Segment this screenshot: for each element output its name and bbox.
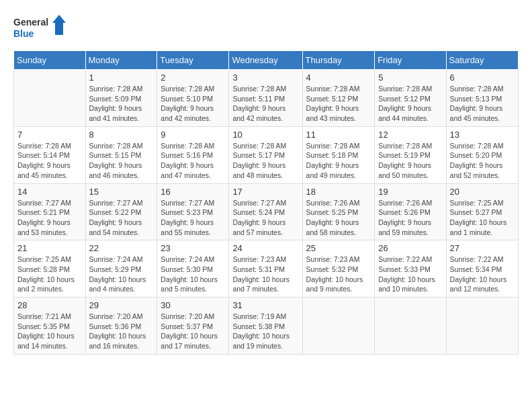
day-number: 29 [89, 300, 154, 310]
calendar-cell: 19Sunrise: 7:26 AM Sunset: 5:26 PM Dayli… [375, 183, 446, 240]
day-info: Sunrise: 7:22 AM Sunset: 5:33 PM Dayligh… [378, 255, 442, 294]
calendar-header: SundayMondayTuesdayWednesdayThursdayFrid… [14, 51, 519, 70]
day-number: 30 [161, 300, 225, 310]
day-number: 25 [306, 243, 371, 253]
calendar-cell: 2Sunrise: 7:28 AM Sunset: 5:10 PM Daylig… [157, 70, 229, 127]
day-info: Sunrise: 7:20 AM Sunset: 5:37 PM Dayligh… [161, 312, 225, 351]
day-info: Sunrise: 7:24 AM Sunset: 5:30 PM Dayligh… [161, 255, 225, 294]
day-info: Sunrise: 7:28 AM Sunset: 5:12 PM Dayligh… [306, 84, 371, 124]
calendar-cell: 20Sunrise: 7:25 AM Sunset: 5:27 PM Dayli… [446, 183, 518, 240]
day-info: Sunrise: 7:26 AM Sunset: 5:26 PM Dayligh… [378, 198, 442, 238]
day-header-saturday: Saturday [446, 51, 518, 70]
day-info: Sunrise: 7:26 AM Sunset: 5:25 PM Dayligh… [306, 198, 371, 238]
day-number: 1 [89, 73, 154, 83]
calendar-week-3: 14Sunrise: 7:27 AM Sunset: 5:21 PM Dayli… [14, 183, 519, 240]
day-info: Sunrise: 7:28 AM Sunset: 5:15 PM Dayligh… [89, 141, 154, 181]
day-info: Sunrise: 7:27 AM Sunset: 5:24 PM Dayligh… [232, 198, 298, 238]
calendar-cell: 14Sunrise: 7:27 AM Sunset: 5:21 PM Dayli… [14, 183, 86, 240]
day-info: Sunrise: 7:27 AM Sunset: 5:22 PM Dayligh… [89, 198, 154, 238]
day-header-tuesday: Tuesday [157, 51, 229, 70]
day-number: 9 [161, 130, 225, 140]
calendar-cell: 8Sunrise: 7:28 AM Sunset: 5:15 PM Daylig… [85, 126, 157, 183]
day-info: Sunrise: 7:19 AM Sunset: 5:38 PM Dayligh… [232, 312, 298, 351]
calendar-cell: 29Sunrise: 7:20 AM Sunset: 5:36 PM Dayli… [85, 298, 157, 355]
day-info: Sunrise: 7:28 AM Sunset: 5:18 PM Dayligh… [306, 141, 371, 181]
calendar-cell: 17Sunrise: 7:27 AM Sunset: 5:24 PM Dayli… [229, 183, 302, 240]
calendar-cell: 25Sunrise: 7:23 AM Sunset: 5:32 PM Dayli… [302, 240, 375, 298]
calendar-cell: 18Sunrise: 7:26 AM Sunset: 5:25 PM Dayli… [302, 183, 375, 240]
svg-text:General: General [13, 17, 48, 28]
day-info: Sunrise: 7:28 AM Sunset: 5:12 PM Dayligh… [378, 84, 442, 124]
day-info: Sunrise: 7:24 AM Sunset: 5:29 PM Dayligh… [89, 255, 154, 294]
calendar-cell: 4Sunrise: 7:28 AM Sunset: 5:12 PM Daylig… [302, 70, 375, 127]
svg-text:Blue: Blue [13, 28, 34, 39]
calendar-cell: 1Sunrise: 7:28 AM Sunset: 5:09 PM Daylig… [85, 70, 157, 127]
calendar-cell: 30Sunrise: 7:20 AM Sunset: 5:37 PM Dayli… [157, 298, 229, 355]
calendar-cell: 31Sunrise: 7:19 AM Sunset: 5:38 PM Dayli… [229, 298, 302, 355]
day-info: Sunrise: 7:23 AM Sunset: 5:31 PM Dayligh… [232, 255, 298, 294]
day-header-friday: Friday [375, 51, 446, 70]
day-info: Sunrise: 7:25 AM Sunset: 5:27 PM Dayligh… [450, 198, 515, 238]
day-info: Sunrise: 7:27 AM Sunset: 5:21 PM Dayligh… [17, 198, 82, 238]
calendar-cell: 7Sunrise: 7:28 AM Sunset: 5:14 PM Daylig… [14, 126, 86, 183]
calendar-week-1: 1Sunrise: 7:28 AM Sunset: 5:09 PM Daylig… [14, 70, 519, 127]
day-number: 21 [17, 243, 82, 253]
day-number: 4 [306, 73, 371, 83]
logo-svg: General Blue [13, 13, 67, 44]
day-number: 14 [17, 187, 82, 197]
day-info: Sunrise: 7:22 AM Sunset: 5:34 PM Dayligh… [450, 255, 515, 294]
day-header-sunday: Sunday [14, 51, 86, 70]
calendar-cell: 22Sunrise: 7:24 AM Sunset: 5:29 PM Dayli… [85, 240, 157, 298]
day-number: 19 [378, 187, 442, 197]
day-info: Sunrise: 7:28 AM Sunset: 5:09 PM Dayligh… [89, 84, 154, 124]
day-number: 12 [378, 130, 442, 140]
day-number: 22 [89, 243, 154, 253]
day-info: Sunrise: 7:27 AM Sunset: 5:23 PM Dayligh… [161, 198, 225, 238]
day-number: 24 [232, 243, 298, 253]
calendar-cell: 28Sunrise: 7:21 AM Sunset: 5:35 PM Dayli… [14, 298, 86, 355]
calendar-cell [14, 70, 86, 127]
day-number: 5 [378, 73, 442, 83]
calendar-cell: 3Sunrise: 7:28 AM Sunset: 5:11 PM Daylig… [229, 70, 302, 127]
day-info: Sunrise: 7:28 AM Sunset: 5:19 PM Dayligh… [378, 141, 442, 181]
day-info: Sunrise: 7:25 AM Sunset: 5:28 PM Dayligh… [17, 255, 82, 294]
calendar-cell: 5Sunrise: 7:28 AM Sunset: 5:12 PM Daylig… [375, 70, 446, 127]
calendar-cell: 21Sunrise: 7:25 AM Sunset: 5:28 PM Dayli… [14, 240, 86, 298]
calendar-cell: 10Sunrise: 7:28 AM Sunset: 5:17 PM Dayli… [229, 126, 302, 183]
day-info: Sunrise: 7:28 AM Sunset: 5:11 PM Dayligh… [232, 84, 298, 124]
day-number: 31 [232, 300, 298, 310]
day-number: 23 [161, 243, 225, 253]
calendar-cell: 15Sunrise: 7:27 AM Sunset: 5:22 PM Dayli… [85, 183, 157, 240]
svg-marker-2 [52, 15, 66, 35]
calendar-cell: 11Sunrise: 7:28 AM Sunset: 5:18 PM Dayli… [302, 126, 375, 183]
day-number: 6 [450, 73, 515, 83]
day-number: 18 [306, 187, 371, 197]
day-number: 8 [89, 130, 154, 140]
calendar-body: 1Sunrise: 7:28 AM Sunset: 5:09 PM Daylig… [14, 70, 519, 355]
day-number: 20 [450, 187, 515, 197]
calendar-cell [302, 298, 375, 355]
calendar-week-4: 21Sunrise: 7:25 AM Sunset: 5:28 PM Dayli… [14, 240, 519, 298]
day-info: Sunrise: 7:28 AM Sunset: 5:14 PM Dayligh… [17, 141, 82, 181]
calendar-cell: 13Sunrise: 7:28 AM Sunset: 5:20 PM Dayli… [446, 126, 518, 183]
day-info: Sunrise: 7:28 AM Sunset: 5:13 PM Dayligh… [450, 84, 515, 124]
day-number: 15 [89, 187, 154, 197]
day-info: Sunrise: 7:20 AM Sunset: 5:36 PM Dayligh… [89, 312, 154, 351]
day-info: Sunrise: 7:28 AM Sunset: 5:20 PM Dayligh… [450, 141, 515, 181]
calendar-cell: 24Sunrise: 7:23 AM Sunset: 5:31 PM Dayli… [229, 240, 302, 298]
day-number: 13 [450, 130, 515, 140]
day-number: 11 [306, 130, 371, 140]
day-info: Sunrise: 7:21 AM Sunset: 5:35 PM Dayligh… [17, 312, 82, 351]
day-number: 7 [17, 130, 82, 140]
day-info: Sunrise: 7:28 AM Sunset: 5:16 PM Dayligh… [161, 141, 225, 181]
day-header-monday: Monday [85, 51, 157, 70]
day-number: 26 [378, 243, 442, 253]
day-number: 28 [17, 300, 82, 310]
day-number: 2 [161, 73, 225, 83]
day-header-wednesday: Wednesday [229, 51, 302, 70]
calendar-cell: 27Sunrise: 7:22 AM Sunset: 5:34 PM Dayli… [446, 240, 518, 298]
calendar-cell: 9Sunrise: 7:28 AM Sunset: 5:16 PM Daylig… [157, 126, 229, 183]
day-number: 10 [232, 130, 298, 140]
calendar-cell: 6Sunrise: 7:28 AM Sunset: 5:13 PM Daylig… [446, 70, 518, 127]
calendar-cell [446, 298, 518, 355]
